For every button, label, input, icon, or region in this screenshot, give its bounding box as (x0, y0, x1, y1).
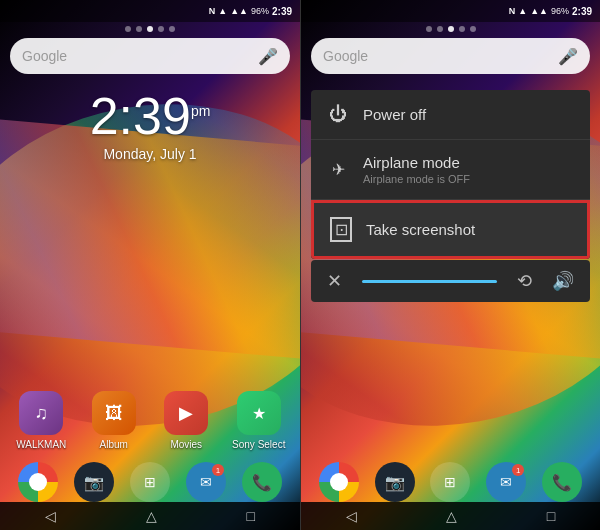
right-search-label: Google (323, 48, 558, 64)
right-dot-1 (426, 26, 432, 32)
power-off-title: Power off (363, 106, 574, 123)
signal-bars-icon: ▲▲ (230, 6, 248, 16)
clock-time: 2:39pm (0, 90, 300, 142)
right-nfc-icon: N (509, 6, 516, 16)
movies-icon: ▶ (164, 391, 208, 435)
time-ampm: pm (191, 103, 210, 119)
display-toggle-icon[interactable]: ⟲ (517, 270, 532, 292)
right-recents-button[interactable]: □ (547, 508, 555, 524)
app-icons-row: ♫ WALKMAN 🖼 Album ▶ Movies ★ Sony Select (0, 391, 300, 450)
volume-toggle-icon[interactable]: 🔊 (552, 270, 574, 292)
dot-2 (136, 26, 142, 32)
sony-select-icon: ★ (237, 391, 281, 435)
right-dock-row: 📷 ⊞ ✉ 1 📞 (301, 462, 600, 502)
album-icon: 🖼 (92, 391, 136, 435)
search-label: Google (22, 48, 258, 64)
right-photos-icon[interactable]: 📷 (375, 462, 415, 502)
recents-button[interactable]: □ (247, 508, 255, 524)
right-status-icons: N ▲ ▲▲ 96% 2:39 (509, 6, 592, 17)
right-chrome-icon[interactable] (319, 462, 359, 502)
walkman-label: WALKMAN (16, 439, 66, 450)
right-messages-icon[interactable]: ✉ 1 (486, 462, 526, 502)
nfc-icon: N (209, 6, 216, 16)
right-signal-icon: ▲▲ (530, 6, 548, 16)
right-dot-5 (470, 26, 476, 32)
right-apps-grid[interactable]: ⊞ (430, 462, 470, 502)
airplane-mode-subtitle: Airplane mode is OFF (363, 173, 574, 185)
right-dot-2 (437, 26, 443, 32)
airplane-mode-title: Airplane mode (363, 154, 574, 171)
airplane-mode-text: Airplane mode Airplane mode is OFF (363, 154, 574, 185)
messages-dock-icon[interactable]: ✉ 1 (186, 462, 226, 502)
phone-dock-icon[interactable]: 📞 (242, 462, 282, 502)
brightness-bar (362, 280, 497, 283)
wifi-signal-icon: ▲ (218, 6, 227, 16)
status-time: 2:39 (272, 6, 292, 17)
power-off-text: Power off (363, 106, 574, 123)
right-status-bar: N ▲ ▲▲ 96% 2:39 (301, 0, 600, 22)
dot-1 (125, 26, 131, 32)
wallpaper (0, 0, 300, 530)
take-screenshot-item[interactable]: ⊡ Take screenshot (311, 200, 590, 259)
time-display: 2:39pm Monday, July 1 (0, 90, 300, 162)
left-phone-screen: N ▲ ▲▲ 96% 2:39 Google 🎤 2:39pm Monday, … (0, 0, 300, 530)
photos-dock-icon[interactable]: 📷 (74, 462, 114, 502)
left-status-icons: N ▲ ▲▲ 96% 2:39 (209, 6, 292, 17)
right-dot-3-active (448, 26, 454, 32)
power-off-item[interactable]: ⏻ Power off (311, 90, 590, 140)
bluetooth-toggle-icon[interactable]: ✕ (327, 270, 342, 292)
left-dock-row: 📷 ⊞ ✉ 1 📞 (0, 462, 300, 502)
left-status-bar: N ▲ ▲▲ 96% 2:39 (0, 0, 300, 22)
right-dot-4 (459, 26, 465, 32)
right-page-dots (301, 26, 600, 32)
walkman-icon: ♫ (19, 391, 63, 435)
right-mic-icon: 🎤 (558, 47, 578, 66)
dot-3-active (147, 26, 153, 32)
chrome-dock-icon[interactable] (18, 462, 58, 502)
power-off-icon: ⏻ (327, 104, 349, 125)
battery-percent: 96% (251, 6, 269, 16)
movies-app[interactable]: ▶ Movies (156, 391, 216, 450)
movies-label: Movies (170, 439, 202, 450)
screenshot-icon: ⊡ (330, 217, 352, 242)
clock-date: Monday, July 1 (0, 146, 300, 162)
right-wifi-icon: ▲ (518, 6, 527, 16)
airplane-mode-icon: ✈ (327, 160, 349, 179)
airplane-mode-item[interactable]: ✈ Airplane mode Airplane mode is OFF (311, 140, 590, 200)
right-back-button[interactable]: ◁ (346, 508, 357, 524)
dot-5 (169, 26, 175, 32)
right-phone-icon[interactable]: 📞 (542, 462, 582, 502)
right-phone-screen: N ▲ ▲▲ 96% 2:39 Google 🎤 ⏻ Power off ✈ (300, 0, 600, 530)
sony-select-label: Sony Select (232, 439, 285, 450)
mic-icon: 🎤 (258, 47, 278, 66)
power-menu: ⏻ Power off ✈ Airplane mode Airplane mod… (311, 90, 590, 259)
quick-toggles: ✕ ⟲ 🔊 (311, 260, 590, 302)
walkman-app[interactable]: ♫ WALKMAN (11, 391, 71, 450)
right-home-button[interactable]: △ (446, 508, 457, 524)
sony-select-app[interactable]: ★ Sony Select (229, 391, 289, 450)
right-nav-bar: ◁ △ □ (301, 502, 600, 530)
screenshot-title: Take screenshot (366, 221, 571, 238)
home-button[interactable]: △ (146, 508, 157, 524)
apps-grid-icon[interactable]: ⊞ (130, 462, 170, 502)
album-label: Album (100, 439, 128, 450)
back-button[interactable]: ◁ (45, 508, 56, 524)
right-search-bar[interactable]: Google 🎤 (311, 38, 590, 74)
right-status-time: 2:39 (572, 6, 592, 17)
left-search-bar[interactable]: Google 🎤 (10, 38, 290, 74)
dot-4 (158, 26, 164, 32)
right-battery: 96% (551, 6, 569, 16)
screenshot-text: Take screenshot (366, 221, 571, 238)
left-nav-bar: ◁ △ □ (0, 502, 300, 530)
left-page-dots (0, 26, 300, 32)
album-app[interactable]: 🖼 Album (84, 391, 144, 450)
